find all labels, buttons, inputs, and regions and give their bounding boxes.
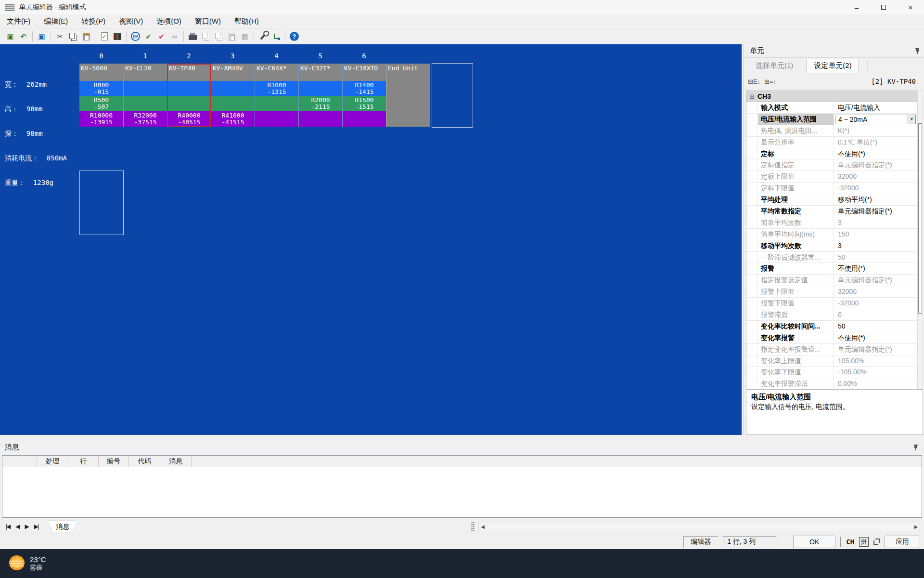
column-number[interactable]: 编号: [99, 456, 129, 467]
first-tab-button[interactable]: |◀: [6, 523, 10, 530]
menu-file[interactable]: 文件(F): [0, 14, 37, 28]
property-row[interactable]: 报警下限值-32000: [746, 298, 917, 309]
property-row[interactable]: 一阶滞后滤波器常...50: [746, 252, 917, 263]
property-row[interactable]: 变化率比较时间间...50: [746, 321, 917, 332]
property-row[interactable]: 变化率下限值-105.00%: [746, 367, 917, 378]
copy-icon[interactable]: [66, 30, 79, 43]
unit-column-kvc16xtd[interactable]: KV-C16XTD R1400-1415 R1500-1515: [342, 64, 386, 127]
copy-alt2-icon[interactable]: [212, 30, 225, 43]
collapse-icon[interactable]: ⊟: [749, 93, 755, 100]
property-row[interactable]: 变化率上限值105.00%: [746, 355, 917, 367]
window-swap-icon[interactable]: ▣: [35, 30, 48, 43]
unit-column-kvcl20[interactable]: KV-CL20 R32000-37515: [123, 64, 167, 127]
device-monitor-icon[interactable]: DM: [129, 30, 142, 43]
property-row[interactable]: 显示分辨率0.1℃ 单位(*): [746, 137, 917, 148]
tree-branch-icon[interactable]: [270, 30, 282, 43]
menu-convert[interactable]: 转换(P): [75, 14, 112, 28]
property-row[interactable]: 报警滞后0: [746, 309, 917, 321]
verify-green-icon[interactable]: ✔: [142, 30, 155, 43]
paste-alt-icon[interactable]: [225, 30, 238, 43]
property-row[interactable]: 输入模式电压/电流输入: [746, 102, 917, 114]
column-row[interactable]: 行: [68, 456, 99, 467]
property-row[interactable]: 指定报警设定值单元编辑器指定(*): [746, 275, 917, 286]
empty-placement-outline[interactable]: [79, 171, 124, 235]
unit-column-kvc32t[interactable]: KV-C32T* R2000-2115: [298, 64, 342, 127]
empty-slot-outline[interactable]: [432, 63, 473, 128]
sync-icon[interactable]: ∞: [168, 30, 181, 43]
tab-select-unit[interactable]: 选择单元(1): [749, 59, 800, 73]
collapse-all-icon[interactable]: ⊟E↓: [748, 78, 760, 85]
verify-red-icon[interactable]: ✔: [155, 30, 168, 43]
property-row-selected[interactable]: 电压/电流输入范围4 ~ 20mA▼: [746, 114, 917, 125]
property-row[interactable]: 报警上限值32000: [746, 286, 917, 298]
property-row[interactable]: 指定变化率报警设...单元编辑器指定(*): [746, 344, 917, 355]
property-row[interactable]: 简单平均时间(ms)150: [746, 229, 917, 240]
property-row[interactable]: 定标下限值-32000: [746, 183, 917, 194]
help-icon[interactable]: ?: [288, 30, 301, 43]
property-row[interactable]: 定标上限值32000: [746, 171, 917, 183]
property-row[interactable]: 热电偶, 测温电阻...K(*): [746, 125, 917, 137]
menu-view[interactable]: 视图(V): [112, 14, 150, 28]
column-code[interactable]: 代码: [129, 456, 160, 467]
property-row[interactable]: 移动平均次数3: [746, 240, 917, 252]
print-icon[interactable]: [186, 30, 199, 43]
menu-help[interactable]: 帮助(H): [228, 14, 266, 28]
fullwidth-icon[interactable]: [873, 539, 880, 545]
range-combobox[interactable]: 4 ~ 20mA: [835, 115, 908, 124]
tab-setup-unit[interactable]: 设定单元(2): [807, 59, 859, 73]
apply-button[interactable]: 应用: [885, 536, 920, 548]
undo-icon[interactable]: ↶: [17, 30, 30, 43]
menu-options[interactable]: 选项(O): [150, 14, 188, 28]
ime-language[interactable]: CH: [846, 538, 854, 546]
property-label: 定标值指定: [758, 159, 834, 171]
splitter-grip[interactable]: [471, 522, 475, 531]
pin-icon[interactable]: [913, 444, 918, 450]
last-tab-button[interactable]: ▶|: [34, 523, 38, 530]
unit-column-end[interactable]: End Unit: [386, 64, 430, 127]
property-row[interactable]: 变化率报警不使用(*): [746, 332, 917, 344]
tab-message[interactable]: 消息: [49, 521, 77, 532]
property-row[interactable]: 定标不使用(*): [746, 148, 917, 160]
menu-edit[interactable]: 编辑(E): [37, 14, 75, 28]
scrollbar-thumb[interactable]: [918, 123, 922, 314]
close-button[interactable]: ×: [897, 0, 924, 14]
unit-column-kvam40v[interactable]: KV-AM40V R41000-41515: [211, 64, 255, 127]
unit-column-kvc64x[interactable]: KV-C64X* R1000-1315: [255, 64, 298, 127]
property-row[interactable]: 平均常数指定单元编辑器指定(*): [746, 206, 917, 217]
maximize-button[interactable]: [870, 0, 897, 14]
paste-icon[interactable]: [79, 30, 92, 43]
property-row[interactable]: 平均处理移动平均(*): [746, 194, 917, 206]
pin-icon[interactable]: [915, 48, 920, 54]
unit-color-icon[interactable]: [111, 30, 124, 43]
unit-column-kv5000[interactable]: KV-5000 R000-015 R500-507 R10000-13915: [79, 64, 123, 127]
cut-icon[interactable]: ✂: [53, 30, 66, 43]
edit-comment-icon[interactable]: ✓: [98, 30, 111, 43]
settings-wrench-icon[interactable]: [257, 30, 270, 43]
prev-tab-button[interactable]: ◀: [15, 523, 19, 530]
scroll-right-icon[interactable]: ▶: [912, 524, 920, 529]
weather-widget[interactable]: 23°C 雾霾: [9, 555, 46, 572]
expand-all-icon[interactable]: ⊞=↑: [764, 78, 776, 85]
copy-alt-icon[interactable]: [199, 30, 212, 43]
ok-button[interactable]: OK: [793, 536, 835, 548]
grid-view-icon[interactable]: ▦: [238, 30, 251, 43]
channel-group-row[interactable]: ⊟ CH3: [746, 91, 917, 102]
vertical-scrollbar[interactable]: [917, 91, 923, 390]
property-row[interactable]: 报警不使用(*): [746, 263, 917, 275]
scroll-left-icon[interactable]: ◀: [479, 524, 487, 529]
property-row[interactable]: 定标值指定单元编辑器指定(*): [746, 159, 917, 171]
next-tab-button[interactable]: ▶: [25, 523, 28, 530]
column-process[interactable]: 处理: [37, 456, 68, 467]
property-row[interactable]: 简单平均次数3: [746, 217, 917, 229]
new-unit-icon[interactable]: ▣: [4, 30, 17, 43]
unit-editor-canvas[interactable]: 宽： 262mm 高： 90mm 深： 98mm 消耗电流： 850mA 重量：…: [0, 44, 742, 435]
chevron-down-icon[interactable]: ▼: [908, 115, 916, 124]
menu-window[interactable]: 窗口(W): [188, 14, 228, 28]
unit-column-kvtp40[interactable]: KV-TP40 R40000-40515: [167, 64, 211, 127]
minimize-button[interactable]: –: [843, 0, 870, 14]
ime-shape[interactable]: 拼: [859, 537, 869, 547]
horizontal-scrollbar[interactable]: ◀ ▶: [478, 522, 920, 531]
property-row[interactable]: 变化率报警滞后0.00%: [746, 378, 917, 390]
column-message[interactable]: 消息: [160, 456, 192, 467]
message-table-body[interactable]: [2, 467, 922, 517]
